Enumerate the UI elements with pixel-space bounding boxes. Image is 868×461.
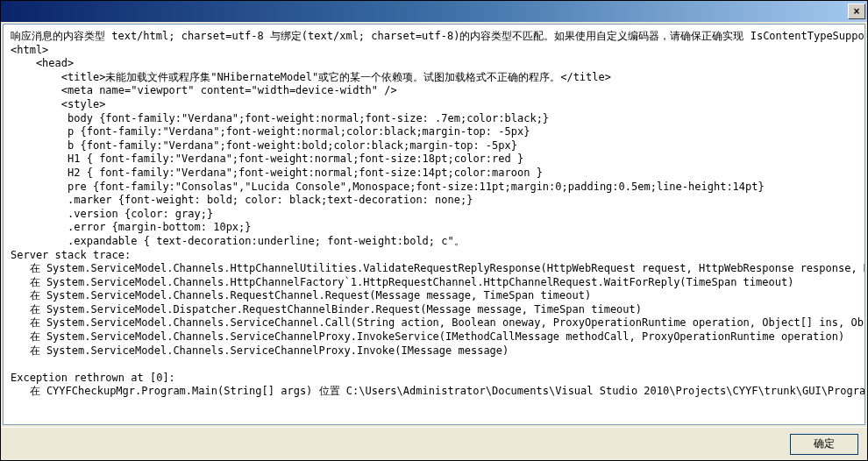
ok-button[interactable]: 确定 [790, 434, 858, 455]
titlebar: × [1, 1, 867, 22]
close-button[interactable]: × [848, 4, 865, 19]
button-bar: 确定 [1, 427, 867, 460]
close-icon: × [853, 5, 859, 18]
error-dialog: × 响应消息的内容类型 text/html; charset=utf-8 与绑定… [0, 0, 868, 461]
error-message-text: 响应消息的内容类型 text/html; charset=utf-8 与绑定(t… [3, 24, 865, 425]
